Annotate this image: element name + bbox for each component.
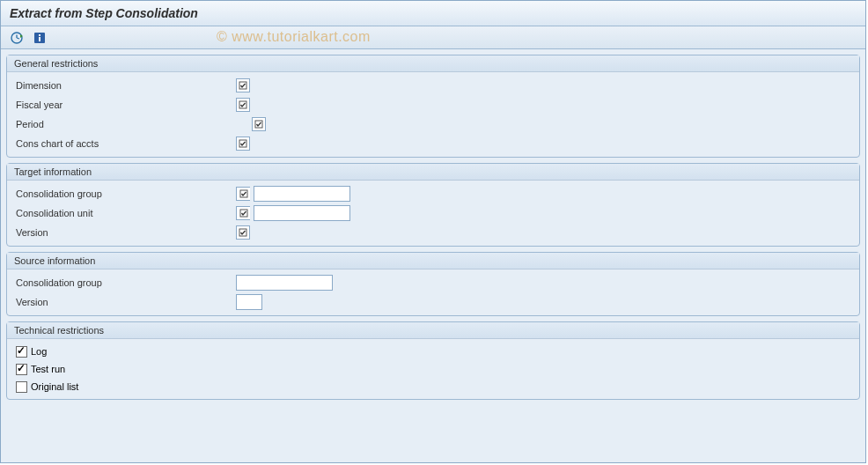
svg-rect-6 — [39, 37, 40, 41]
test-run-label: Test run — [31, 364, 65, 374]
target-information-title: Target information — [7, 164, 859, 181]
target-version-f4-button[interactable] — [236, 225, 250, 240]
test-run-checkbox[interactable] — [16, 364, 27, 375]
source-information-group: Source information Consolidation group V… — [6, 252, 860, 316]
info-icon — [33, 32, 46, 44]
target-cons-unit-f4-button[interactable] — [236, 206, 250, 220]
target-information-group: Target information Consolidation group C… — [6, 163, 860, 247]
original-list-checkbox[interactable] — [16, 381, 27, 393]
svg-rect-5 — [39, 34, 40, 36]
original-list-label: Original list — [31, 381, 78, 392]
general-restrictions-group: General restrictions Dimension Fiscal ye… — [6, 55, 860, 158]
search-help-icon — [239, 209, 248, 218]
period-f4-button[interactable] — [252, 117, 266, 131]
clock-execute-icon — [10, 31, 24, 45]
source-version-label: Version — [16, 297, 236, 307]
search-help-icon — [239, 100, 247, 109]
page-title: Extract from Step Consolidation — [1, 1, 865, 26]
source-cons-group-label: Consolidation group — [16, 277, 236, 288]
fiscal-year-f4-button[interactable] — [236, 98, 250, 112]
search-help-icon — [239, 81, 247, 90]
cons-chart-f4-button[interactable] — [236, 137, 250, 151]
dimension-f4-button[interactable] — [236, 78, 250, 92]
target-cons-group-input[interactable] — [254, 186, 350, 202]
target-cons-group-label: Consolidation group — [16, 188, 236, 199]
svg-line-2 — [17, 38, 19, 39]
log-checkbox[interactable] — [16, 346, 27, 358]
execute-button[interactable] — [8, 30, 26, 46]
cons-chart-label: Cons chart of accts — [16, 138, 236, 149]
information-button[interactable] — [31, 30, 48, 46]
target-cons-group-f4-button[interactable] — [236, 187, 250, 201]
search-help-icon — [254, 120, 263, 129]
technical-restrictions-group: Technical restrictions Log Test run Orig… — [6, 321, 860, 400]
main-window: Extract from Step Consolidation © www.tu… — [0, 0, 866, 463]
log-label: Log — [31, 346, 47, 357]
technical-restrictions-title: Technical restrictions — [7, 322, 859, 339]
search-help-icon — [239, 228, 247, 237]
period-label: Period — [16, 119, 236, 129]
target-cons-unit-label: Consolidation unit — [16, 208, 236, 218]
target-cons-unit-input[interactable] — [254, 205, 350, 221]
source-cons-group-input[interactable] — [236, 275, 333, 291]
search-help-icon — [239, 189, 248, 198]
general-restrictions-title: General restrictions — [7, 55, 859, 72]
dimension-label: Dimension — [16, 80, 236, 91]
fiscal-year-label: Fiscal year — [16, 100, 236, 110]
source-information-title: Source information — [7, 253, 859, 269]
source-version-input[interactable] — [236, 294, 262, 310]
content-area: General restrictions Dimension Fiscal ye… — [1, 49, 865, 410]
search-help-icon — [239, 139, 247, 148]
target-version-label: Version — [16, 227, 236, 238]
toolbar — [1, 26, 865, 49]
